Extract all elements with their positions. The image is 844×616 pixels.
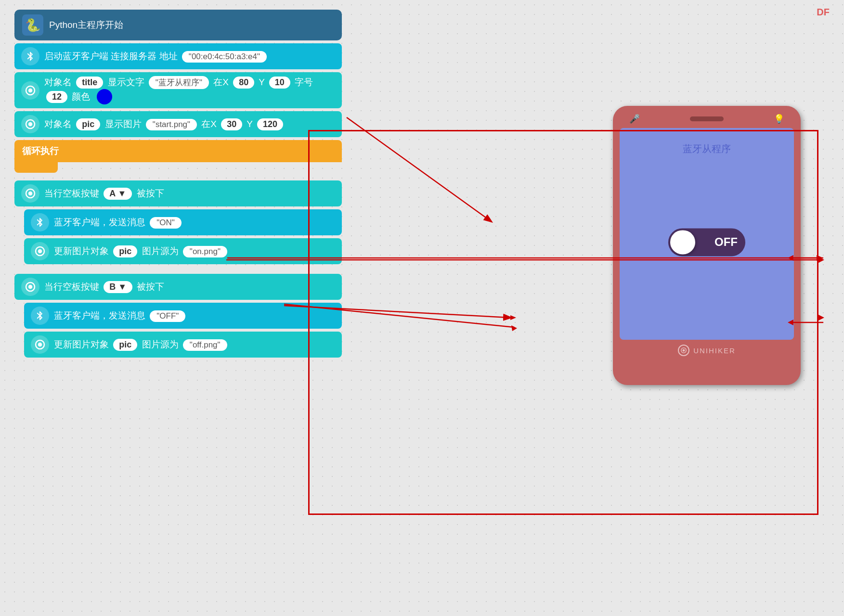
circle-icon-1 [21,81,39,100]
svg-marker-16 [818,257,824,263]
bt-send-off-text: 蓝牙客户端，发送消息 "OFF" [54,309,187,322]
update-pic-off-text: 更新图片对象 pic 图片源为 "off.png" [54,338,229,351]
title-pill: title [76,77,103,89]
bluetooth-icon [21,47,39,65]
display-text-block: 对象名 title 显示文字 "蓝牙从程序" 在X 80 Y 10 字号 12 … [14,72,342,108]
y-value-pill: 10 [269,77,290,89]
loop-block: 循环执行 [14,140,342,162]
blocks-area: 🐍 Python主程序开始 启动蓝牙客户端 连接服务器 地址 "00:e0:4c… [14,10,342,367]
svg-point-5 [29,192,32,195]
loop-wrapper: 循环执行 [14,140,342,173]
svg-point-1 [29,89,32,92]
section-b-group: 当行空板按键 B ▼ 被按下 蓝牙客户端，发送消息 "OFF" [14,274,342,358]
bt-address-pill: "00:e0:4c:50:a3:e4" [182,51,267,63]
svg-point-9 [29,285,32,288]
pic-pill-3: pic [113,339,137,351]
svg-marker-20 [818,315,824,321]
fontsize-pill: 12 [46,91,67,103]
display-text-content: 对象名 title 显示文字 "蓝牙从程序" 在X 80 Y 10 字号 12 … [44,76,335,104]
bluetooth-icon-2 [31,213,49,231]
on-png-pill: "on.png" [183,246,227,257]
button-a-pill: A ▼ [104,188,132,200]
on-pill: "ON" [150,217,182,229]
trigger-b-text: 当行空板按键 B ▼ 被按下 [44,281,164,293]
circle-icon-3 [21,184,39,203]
pic-pill-2: pic [113,245,137,257]
update-pic-on-block: 更新图片对象 pic 图片源为 "on.png" [24,238,342,264]
svg-point-3 [29,123,32,126]
loop-label: 循环执行 [22,146,59,156]
bt-send-off-block: 蓝牙客户端，发送消息 "OFF" [24,303,342,329]
bt-send-on-text: 蓝牙客户端，发送消息 "ON" [54,216,183,229]
circle-icon-2 [21,115,39,133]
off-png-pill: "off.png" [183,339,227,351]
trigger-a-text: 当行空板按键 A ▼ 被按下 [44,187,164,200]
df-label: DF [817,7,830,18]
circle-icon-6 [31,335,49,354]
display-image-content: 对象名 pic 显示图片 "start.png" 在X 30 Y 120 [44,118,285,130]
color-pill [97,89,112,104]
pic-pill-1: pic [76,118,100,130]
trigger-b-block: 当行空板按键 B ▼ 被按下 [14,274,342,300]
circle-icon-5 [21,278,39,296]
python-logo-icon: 🐍 [22,14,43,36]
section-a-group: 当行空板按键 A ▼ 被按下 蓝牙客户端，发送消息 "ON" [14,180,342,264]
svg-point-7 [39,250,41,253]
update-pic-off-block: 更新图片对象 pic 图片源为 "off.png" [24,332,342,358]
update-pic-on-text: 更新图片对象 pic 图片源为 "on.png" [54,245,229,257]
y-value-pill-2: 120 [257,118,283,130]
off-pill: "OFF" [150,310,185,322]
x-value-pill-2: 30 [221,118,242,130]
red-annotation-box [308,130,818,515]
svg-point-11 [39,343,41,346]
x-value-pill: 80 [233,77,254,89]
python-header-label: Python主程序开始 [49,19,123,31]
bt-connect-text: 启动蓝牙客户端 连接服务器 地址 "00:e0:4c:50:a3:e4" [44,50,269,63]
bt-send-on-block: 蓝牙客户端，发送消息 "ON" [24,209,342,235]
display-text-pill: "蓝牙从程序" [149,76,209,89]
bluetooth-icon-3 [31,307,49,325]
bt-connect-block: 启动蓝牙客户端 连接服务器 地址 "00:e0:4c:50:a3:e4" [14,43,342,69]
circle-icon-4 [31,242,49,260]
button-b-pill: B ▼ [104,281,132,293]
start-png-pill: "start.png" [146,119,197,130]
display-image-block: 对象名 pic 显示图片 "start.png" 在X 30 Y 120 [14,111,342,137]
trigger-a-block: 当行空板按键 A ▼ 被按下 [14,180,342,206]
python-main-block: 🐍 Python主程序开始 [14,10,342,40]
